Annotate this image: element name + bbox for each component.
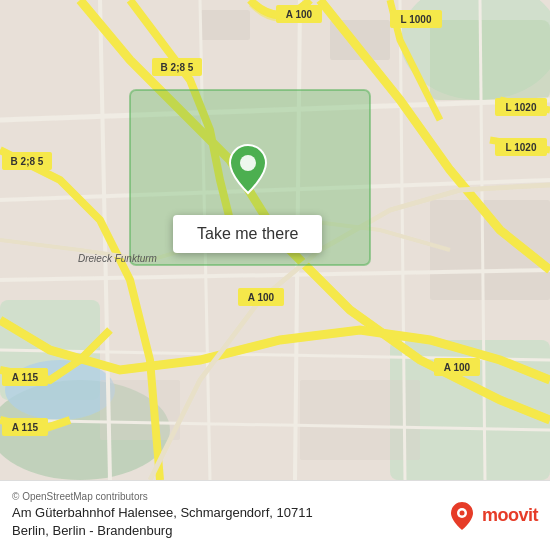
map-container: A 100 L 1000 B 2;8 5 B 2;8 5 L 1020 L 10… (0, 0, 550, 480)
map-attribution: © OpenStreetMap contributors (12, 491, 446, 502)
svg-text:B 2;8 5: B 2;8 5 (161, 62, 194, 73)
info-left: © OpenStreetMap contributors Am Güterbah… (12, 491, 446, 540)
location-address: Am Güterbahnhof Halensee, Schmargendorf,… (12, 504, 446, 540)
moovit-brand-text: moovit (482, 505, 538, 526)
moovit-icon (446, 500, 478, 532)
svg-text:A 100: A 100 (286, 9, 313, 20)
svg-text:A 115: A 115 (12, 372, 39, 383)
svg-rect-9 (100, 380, 180, 440)
svg-rect-8 (200, 10, 250, 40)
svg-rect-10 (300, 380, 420, 460)
svg-text:L 1000: L 1000 (401, 14, 432, 25)
svg-text:B 2;8 5: B 2;8 5 (11, 156, 44, 167)
svg-text:A 100: A 100 (248, 292, 275, 303)
svg-point-47 (459, 510, 464, 515)
svg-text:L 1020: L 1020 (506, 102, 537, 113)
svg-rect-5 (430, 20, 550, 100)
svg-text:A 100: A 100 (444, 362, 471, 373)
svg-text:A 115: A 115 (12, 422, 39, 433)
svg-text:Dreieck Funkturm: Dreieck Funkturm (78, 253, 157, 264)
info-bar: © OpenStreetMap contributors Am Güterbah… (0, 480, 550, 550)
take-me-there-button[interactable]: Take me there (173, 215, 322, 253)
svg-point-45 (240, 155, 256, 171)
svg-text:L 1020: L 1020 (506, 142, 537, 153)
moovit-logo: moovit (446, 500, 538, 532)
